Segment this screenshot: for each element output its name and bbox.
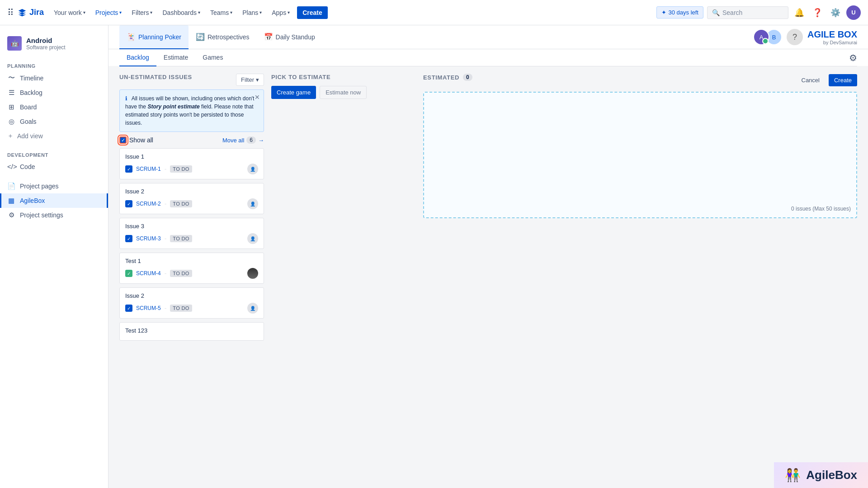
sidebar-item-project-pages[interactable]: 📄 Project pages	[0, 179, 108, 193]
agilebox-icon: ▦	[7, 197, 15, 205]
inner-tabs: Backlog Estimate Games	[119, 49, 230, 66]
chevron-down-icon: ▾	[230, 10, 232, 15]
show-all-row: ✓ Show all Move all 6 →	[119, 136, 264, 144]
filter-bar: UN-ESTIMATED ISSUES Filter ▾	[119, 74, 264, 86]
inner-tab-backlog[interactable]: Backlog	[119, 49, 156, 66]
nav-menu: Your work▾ Projects▾ Filters▾ Dashboards…	[49, 6, 654, 19]
inner-tab-estimate[interactable]: Estimate	[156, 49, 195, 66]
issue-card-scrum6: Test 123	[119, 322, 264, 341]
trial-badge[interactable]: ✦ 30 days left	[656, 6, 704, 19]
inner-tabs-header: Backlog Estimate Games ⚙	[108, 49, 868, 66]
tab-daily-standup[interactable]: 📅 Daily Standup	[257, 25, 322, 49]
main-layout: 🤖 Android Software project PLANNING 〜 Ti…	[0, 25, 868, 488]
nav-dashboards[interactable]: Dashboards▾	[158, 6, 205, 19]
standup-icon: 📅	[264, 33, 273, 41]
issue-checkbox-scrum3[interactable]: ✓	[125, 235, 132, 242]
pages-icon: 📄	[7, 182, 15, 190]
chevron-down-icon: ▾	[83, 10, 85, 15]
poker-icon: 🃏	[127, 33, 136, 41]
estimate-now-button[interactable]: Estimate now	[320, 86, 367, 99]
issue-card-scrum2: Issue 2 ✓ SCRUM-2 - TO DO 👤	[119, 183, 264, 214]
settings-icon: ⚙	[7, 211, 15, 219]
content-settings-icon[interactable]: ⚙	[849, 52, 857, 63]
issue-card-scrum5: Issue 2 ✓ SCRUM-5 - TO DO 👤	[119, 287, 264, 319]
logo-text: Jira	[29, 8, 44, 17]
bottom-branding: 👫 AgileBox	[774, 462, 868, 488]
tab-retrospectives[interactable]: 🔄 Retrospectives	[189, 25, 257, 49]
agile-box-logo-text: AgileBox	[806, 468, 857, 482]
sidebar-item-agilebox[interactable]: ▦ AgileBox	[0, 193, 108, 208]
agile-people-icon: 👫	[785, 468, 801, 483]
info-close-button[interactable]: ✕	[255, 93, 260, 102]
sidebar-item-project-settings[interactable]: ⚙ Project settings	[0, 208, 108, 222]
unestimated-column: UN-ESTIMATED ISSUES Filter ▾ ℹ All issue…	[119, 74, 264, 344]
nav-apps[interactable]: Apps▾	[267, 6, 294, 19]
sidebar-item-code[interactable]: </> Code	[0, 160, 108, 174]
search-box[interactable]: 🔍 Search	[707, 6, 788, 19]
estimated-header: ESTIMATED 0	[423, 74, 472, 81]
sidebar-add-view[interactable]: ＋ Add view	[0, 129, 108, 143]
create-game-button[interactable]: Create game	[271, 86, 316, 99]
nav-teams[interactable]: Teams▾	[206, 6, 237, 19]
show-all-checkbox[interactable]: ✓ Show all	[119, 136, 153, 144]
sidebar-item-goals[interactable]: ◎ Goals	[0, 114, 108, 129]
jira-logo[interactable]: Jira	[18, 8, 44, 17]
project-info: Android Software project	[26, 37, 66, 51]
team-avatar-1: A	[753, 29, 769, 45]
nav-plans[interactable]: Plans▾	[238, 6, 266, 19]
pick-actions: Create game Estimate now	[271, 86, 416, 99]
issue-avatar-scrum2: 👤	[247, 198, 258, 209]
goals-icon: ◎	[7, 117, 15, 126]
sidebar-item-board[interactable]: ⊞ Board	[0, 100, 108, 114]
issue-checkbox-scrum5[interactable]: ✓	[125, 305, 132, 312]
cancel-button[interactable]: Cancel	[796, 74, 825, 86]
planning-section-title: PLANNING	[0, 58, 108, 70]
notifications-button[interactable]: 🔔	[792, 5, 807, 20]
nav-filters[interactable]: Filters▾	[127, 6, 157, 19]
filter-button[interactable]: Filter ▾	[236, 74, 264, 86]
inner-tab-games[interactable]: Games	[195, 49, 230, 66]
issue-meta: ✓ SCRUM-1 - TO DO 👤	[125, 164, 258, 174]
chevron-down-icon: ▾	[288, 10, 290, 15]
create-button[interactable]: Create	[297, 6, 328, 19]
project-icon: 🤖	[7, 36, 22, 51]
pick-header: PICK TO ESTIMATE	[271, 74, 416, 80]
move-all-button[interactable]: Move all 6 →	[222, 136, 264, 144]
unestimated-header: UN-ESTIMATED ISSUES	[119, 74, 192, 80]
nav-your-work[interactable]: Your work▾	[49, 6, 90, 19]
issue-checkbox-scrum2[interactable]: ✓	[125, 200, 132, 207]
user-avatar[interactable]: U	[846, 5, 861, 20]
help-avatar[interactable]: ?	[787, 29, 803, 45]
sidebar-project: 🤖 Android Software project	[0, 33, 108, 58]
chevron-down-icon: ▾	[150, 10, 152, 15]
tab-planning-poker[interactable]: 🃏 Planning Poker	[119, 25, 189, 49]
estimated-create-button[interactable]: Create	[829, 74, 857, 86]
issue-avatar-scrum5: 👤	[247, 303, 258, 314]
estimated-drop-area: 0 issues (Max 50 issues)	[423, 92, 857, 218]
nav-projects[interactable]: Projects▾	[91, 6, 127, 19]
sidebar-item-timeline[interactable]: 〜 Timeline	[0, 70, 108, 85]
chevron-down-icon: ▾	[198, 10, 200, 15]
issue-meta: ✓ SCRUM-5 - TO DO 👤	[125, 303, 258, 314]
issue-checkbox-scrum4[interactable]: ✓	[125, 270, 132, 277]
plugin-header: 🃏 Planning Poker 🔄 Retrospectives 📅 Dail…	[108, 25, 868, 49]
grid-icon[interactable]: ⠿	[7, 7, 14, 18]
info-icon: ℹ	[125, 95, 127, 102]
sidebar: 🤖 Android Software project PLANNING 〜 Ti…	[0, 25, 108, 488]
issue-avatar-scrum1: 👤	[247, 164, 258, 174]
agile-box-brand: AGILE BOX by DevSamurai	[807, 29, 857, 45]
settings-button[interactable]: ⚙️	[828, 5, 843, 20]
retro-icon: 🔄	[196, 33, 205, 41]
main-content: 🃏 Planning Poker 🔄 Retrospectives 📅 Dail…	[108, 25, 868, 488]
issue-avatar-scrum4	[247, 268, 258, 279]
estimated-column: ESTIMATED 0 Cancel Create 0 issues (Max …	[423, 74, 857, 344]
chevron-down-icon: ▾	[259, 10, 262, 15]
timeline-icon: 〜	[7, 74, 15, 82]
help-button[interactable]: ❓	[810, 5, 825, 20]
issue-card-scrum3: Issue 3 ✓ SCRUM-3 - TO DO 👤	[119, 218, 264, 249]
sidebar-item-backlog[interactable]: ☰ Backlog	[0, 85, 108, 100]
search-icon: 🔍	[712, 9, 720, 16]
issue-meta: ✓ SCRUM-4 - TO DO	[125, 268, 258, 279]
backlog-icon: ☰	[7, 89, 15, 97]
issue-checkbox-scrum1[interactable]: ✓	[125, 165, 132, 173]
